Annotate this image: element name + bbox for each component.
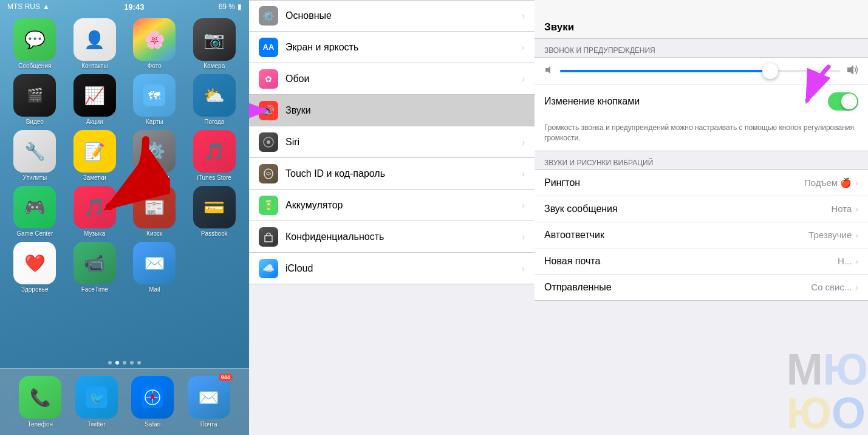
app-camera[interactable]: 📷 Камера bbox=[187, 18, 242, 69]
settings-item-wallpaper[interactable]: ✿ Обои › bbox=[249, 63, 535, 95]
volume-high-icon bbox=[846, 64, 858, 78]
wallpaper-chevron: › bbox=[522, 74, 525, 84]
display-chevron: › bbox=[522, 43, 525, 52]
privacy-label: Конфиденциальность bbox=[285, 231, 522, 242]
toggle-description: Громкость звонка и предупреждений можно … bbox=[535, 118, 868, 151]
settings-item-touchid[interactable]: Touch ID и код-пароль › bbox=[249, 158, 535, 190]
phone-label: Телефон bbox=[28, 421, 53, 428]
messages-icon: 💬 bbox=[13, 18, 56, 61]
app-stocks[interactable]: 📈 Акции bbox=[67, 74, 123, 125]
page-dot-5 bbox=[137, 361, 141, 365]
maps-label: Карты bbox=[146, 118, 163, 125]
settings-item-icloud[interactable]: ☁️ iCloud › bbox=[249, 253, 535, 284]
dock: 📞 Телефон 🐦 Twitter Safari ✉️ 944 Почта bbox=[0, 368, 249, 435]
ringtone-label: Рингтон bbox=[544, 177, 804, 188]
icloud-chevron: › bbox=[522, 264, 525, 273]
ringtone-item[interactable]: Рингтон Подъем 🍎 › bbox=[535, 170, 868, 196]
volume-fill bbox=[560, 70, 770, 72]
toggle-knob bbox=[841, 94, 857, 109]
new-mail-value: Н... bbox=[838, 256, 852, 266]
display-label: Экран и яркость bbox=[285, 42, 522, 53]
app-gamecenter[interactable]: 🎮 Game Center bbox=[7, 186, 63, 237]
video-label: Видео bbox=[26, 118, 44, 125]
maps-icon: 🗺 bbox=[133, 74, 176, 117]
settings-item-basic[interactable]: ⚙️ Основные › bbox=[249, 0, 535, 32]
svg-point-13 bbox=[264, 169, 273, 179]
page-dot-2 bbox=[115, 361, 119, 365]
battery-chevron: › bbox=[522, 200, 525, 210]
voicemail-label: Автоответчик bbox=[544, 230, 808, 241]
mail-grid-icon: ✉️ bbox=[133, 242, 176, 284]
dock-phone[interactable]: 📞 Телефон bbox=[19, 376, 61, 428]
voicemail-item[interactable]: Автоответчик Трезвучие › bbox=[535, 222, 868, 248]
settings-item-siri[interactable]: Siri › bbox=[249, 126, 535, 158]
safari-icon bbox=[131, 376, 174, 419]
app-passbook[interactable]: 💳 Passbook bbox=[187, 186, 242, 237]
app-utilities[interactable]: 🔧 Утилиты bbox=[7, 130, 63, 181]
carrier-label: MTS RUS bbox=[7, 2, 40, 11]
app-facetime[interactable]: 📹 FaceTime bbox=[67, 242, 123, 293]
app-maps[interactable]: 🗺 Карты bbox=[127, 74, 182, 125]
app-itunes[interactable]: 🎵 iTunes Store bbox=[187, 130, 242, 181]
wallpaper-label: Обои bbox=[285, 74, 522, 84]
facetime-icon: 📹 bbox=[73, 242, 116, 284]
new-mail-item[interactable]: Новая почта Н... › bbox=[535, 248, 868, 275]
app-mail-grid[interactable]: ✉️ Mail bbox=[127, 242, 182, 293]
health-icon: ❤️ bbox=[13, 242, 56, 284]
sounds-chevron: › bbox=[522, 106, 525, 115]
utilities-label: Утилиты bbox=[22, 174, 47, 181]
page-dot-3 bbox=[123, 361, 126, 365]
settings-item-battery[interactable]: 🔋 Аккумулятор › bbox=[249, 190, 535, 221]
app-messages[interactable]: 💬 Сообщения bbox=[7, 18, 63, 69]
app-health[interactable]: ❤️ Здоровье bbox=[7, 242, 63, 293]
app-photos[interactable]: 🌸 Фото bbox=[127, 18, 182, 69]
message-sound-item[interactable]: Звук сообщения Нота › bbox=[535, 196, 868, 222]
pink-arrow-sounds bbox=[249, 98, 273, 123]
dock-mail[interactable]: ✉️ 944 Почта bbox=[188, 376, 230, 428]
siri-label: Siri bbox=[285, 137, 522, 148]
messages-label: Сообщения bbox=[18, 63, 51, 69]
app-video[interactable]: 🎬 Видео bbox=[7, 74, 63, 125]
stocks-label: Акции bbox=[86, 118, 103, 125]
settings-list: ⚙️ Основные › AA Экран и яркость › ✿ Обо… bbox=[249, 0, 535, 435]
settings-panel: ⚙️ Основные › AA Экран и яркость › ✿ Обо… bbox=[249, 0, 535, 435]
battery-icon: ▮ bbox=[238, 2, 242, 11]
voicemail-chevron: › bbox=[855, 230, 858, 240]
privacy-chevron: › bbox=[522, 232, 525, 242]
battery-icon: 🔋 bbox=[259, 196, 278, 215]
mail-dock-icon: ✉️ 944 bbox=[188, 376, 230, 419]
volume-thumb[interactable] bbox=[762, 63, 778, 79]
sound-content: Звонок и предупреждения Изменение кнопка… bbox=[535, 39, 868, 435]
settings-item-privacy[interactable]: Конфиденциальность › bbox=[249, 221, 535, 253]
ring-alerts-card: Изменение кнопками Громкость звонка и пр… bbox=[535, 57, 868, 151]
sound-settings-panel: Звуки Звонок и предупреждения Измен bbox=[535, 0, 868, 435]
video-icon: 🎬 bbox=[13, 74, 56, 117]
sound-panel-title: Звуки bbox=[544, 21, 574, 33]
app-empty bbox=[187, 242, 242, 293]
touchid-label: Touch ID и код-пароль bbox=[285, 168, 522, 179]
dock-safari[interactable]: Safari bbox=[131, 376, 174, 428]
app-contacts[interactable]: 👤 Контакты bbox=[67, 18, 123, 69]
app-weather[interactable]: ⛅ Погода bbox=[187, 74, 242, 125]
itunes-icon: 🎵 bbox=[193, 130, 236, 173]
svg-text:🗺: 🗺 bbox=[148, 89, 160, 103]
settings-item-display[interactable]: AA Экран и яркость › bbox=[249, 32, 535, 63]
stocks-icon: 📈 bbox=[73, 74, 116, 117]
basic-chevron: › bbox=[522, 11, 525, 21]
message-sound-value: Нота bbox=[831, 204, 852, 214]
touchid-icon bbox=[259, 164, 278, 183]
wifi-icon: ▲ bbox=[43, 2, 50, 11]
sent-mail-item[interactable]: Отправленные Со свис... › bbox=[535, 275, 868, 300]
safari-label: Safari bbox=[145, 421, 160, 428]
health-label: Здоровье bbox=[21, 286, 49, 293]
iphone-home-screen: MTS RUS ▲ 19:43 69 % ▮ 💬 Сообщения 👤 Кон… bbox=[0, 0, 249, 435]
sent-mail-value: Со свис... bbox=[811, 282, 852, 292]
svg-point-12 bbox=[267, 140, 270, 144]
kiosk-label: Киоск bbox=[146, 230, 162, 237]
contacts-icon: 👤 bbox=[73, 18, 116, 61]
passbook-icon: 💳 bbox=[193, 186, 236, 228]
settings-item-sounds[interactable]: 🔊 Звуки › bbox=[249, 95, 535, 126]
photos-label: Фото bbox=[148, 63, 162, 69]
ringtone-chevron: › bbox=[855, 178, 858, 188]
dock-twitter[interactable]: 🐦 Twitter bbox=[75, 376, 118, 428]
